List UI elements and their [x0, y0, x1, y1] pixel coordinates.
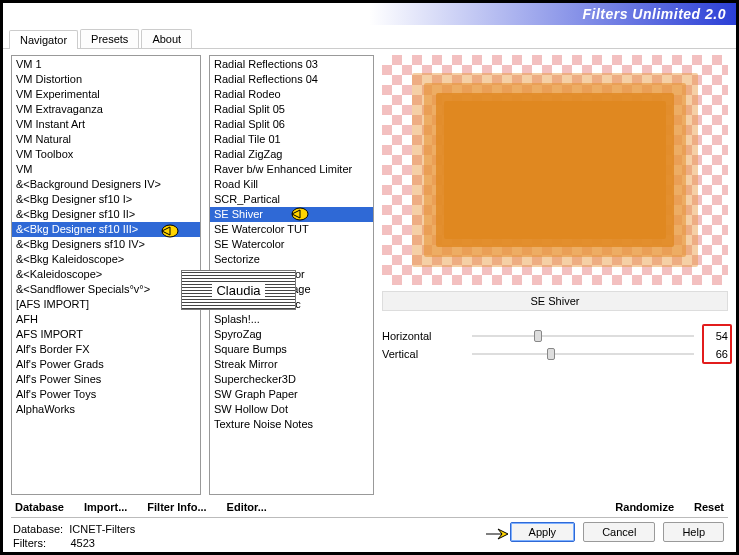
list-item[interactable]: &<Sandflower Specials°v°> [12, 282, 200, 297]
param-label: Horizontal [382, 330, 462, 342]
param-value: 66 [704, 348, 728, 360]
list-item[interactable]: &<Bkg Designers sf10 IV> [12, 237, 200, 252]
watermark-text: Claudia [212, 283, 264, 298]
list-item[interactable]: SW Graph Paper [210, 387, 373, 402]
tab-about[interactable]: About [141, 29, 192, 48]
list-item[interactable]: Streak Mirror [210, 357, 373, 372]
preview-layer [444, 101, 666, 239]
main-body: VM 1VM DistortionVM ExperimentalVM Extra… [3, 49, 736, 497]
list-item[interactable]: &<Kaleidoscope> [12, 267, 200, 282]
param-value: 54 [704, 330, 728, 342]
link-editor[interactable]: Editor... [227, 501, 267, 513]
list-item[interactable]: VM Instant Art [12, 117, 200, 132]
slider-vertical[interactable] [472, 353, 694, 355]
list-item[interactable]: VM 1 [12, 57, 200, 72]
link-filter-info[interactable]: Filter Info... [147, 501, 206, 513]
status-db-label: Database: [13, 523, 63, 535]
list-item[interactable]: Radial Tile 01 [210, 132, 373, 147]
list-item[interactable]: VM [12, 162, 200, 177]
preview-panel: SE Shiver Horizontal 54 Vertical 66 [382, 55, 728, 495]
help-button[interactable]: Help [663, 522, 724, 542]
status-bar: Database: ICNET-Filters Filters: 4523 [3, 518, 510, 552]
category-column: VM 1VM DistortionVM ExperimentalVM Extra… [11, 55, 201, 495]
list-item[interactable]: &<Bkg Designer sf10 I> [12, 192, 200, 207]
cancel-button[interactable]: Cancel [583, 522, 655, 542]
list-item[interactable]: Radial Reflections 04 [210, 72, 373, 87]
list-item[interactable]: AFH [12, 312, 200, 327]
apply-button[interactable]: Apply [510, 522, 576, 542]
link-row: Database Import... Filter Info... Editor… [3, 497, 736, 517]
list-item[interactable]: VM Extravaganza [12, 102, 200, 117]
slider-thumb[interactable] [534, 330, 542, 342]
parameter-list: Horizontal 54 Vertical 66 [382, 327, 728, 363]
link-randomize[interactable]: Randomize [615, 501, 674, 513]
list-item[interactable]: Radial Split 06 [210, 117, 373, 132]
status-filters-label: Filters: [13, 537, 46, 549]
spacer [287, 501, 595, 513]
link-reset[interactable]: Reset [694, 501, 724, 513]
list-item[interactable]: Radial Reflections 03 [210, 57, 373, 72]
list-item[interactable]: Radial Rodeo [210, 87, 373, 102]
list-item[interactable]: SpyroZag [210, 327, 373, 342]
selected-filter-label: SE Shiver [382, 291, 728, 311]
list-item[interactable]: Texture Noise Notes [210, 417, 373, 432]
list-item[interactable]: SE Shiver [210, 207, 373, 222]
footer-buttons: Apply Cancel Help [510, 518, 736, 552]
list-item[interactable]: AlphaWorks [12, 402, 200, 417]
list-item[interactable]: SE Watercolor TUT [210, 222, 373, 237]
list-item[interactable]: Square Bumps [210, 342, 373, 357]
param-vertical: Vertical 66 [382, 345, 728, 363]
list-item[interactable]: VM Natural [12, 132, 200, 147]
list-item[interactable]: Radial ZigZag [210, 147, 373, 162]
list-item[interactable]: Radial Split 05 [210, 102, 373, 117]
link-database[interactable]: Database [15, 501, 64, 513]
tab-bar: Navigator Presets About [3, 25, 736, 49]
list-item[interactable]: Alf's Power Sines [12, 372, 200, 387]
list-item[interactable]: Alf's Border FX [12, 342, 200, 357]
list-item[interactable]: &<Bkg Designer sf10 II> [12, 207, 200, 222]
list-item[interactable]: &<Background Designers IV> [12, 177, 200, 192]
tab-navigator[interactable]: Navigator [9, 30, 78, 49]
watermark-badge: Claudia [181, 270, 296, 310]
list-item[interactable]: Superchecker3D [210, 372, 373, 387]
param-label: Vertical [382, 348, 462, 360]
filter-column: Radial Reflections 03Radial Reflections … [209, 55, 374, 495]
category-list[interactable]: VM 1VM DistortionVM ExperimentalVM Extra… [11, 55, 201, 495]
list-item[interactable]: SE Watercolor [210, 237, 373, 252]
list-item[interactable]: &<Bkg Designer sf10 III> [12, 222, 200, 237]
titlebar: Filters Unlimited 2.0 [3, 3, 736, 25]
preview-image [382, 55, 728, 285]
list-item[interactable]: VM Experimental [12, 87, 200, 102]
list-item[interactable]: Splash!... [210, 312, 373, 327]
param-horizontal: Horizontal 54 [382, 327, 728, 345]
list-item[interactable]: Alf's Power Toys [12, 387, 200, 402]
list-item[interactable]: AFS IMPORT [12, 327, 200, 342]
slider-horizontal[interactable] [472, 335, 694, 337]
link-import[interactable]: Import... [84, 501, 127, 513]
list-item[interactable]: Raver b/w Enhanced Limiter [210, 162, 373, 177]
slider-thumb[interactable] [547, 348, 555, 360]
status-db-value: ICNET-Filters [69, 523, 135, 535]
list-item[interactable]: [AFS IMPORT] [12, 297, 200, 312]
app-title: Filters Unlimited 2.0 [582, 6, 726, 22]
list-item[interactable]: Sectorize [210, 252, 373, 267]
selected-filter-text: SE Shiver [531, 295, 580, 307]
status-filters-value: 4523 [70, 537, 94, 549]
list-item[interactable]: Alf's Power Grads [12, 357, 200, 372]
list-item[interactable]: Road Kill [210, 177, 373, 192]
list-item[interactable]: &<Bkg Kaleidoscope> [12, 252, 200, 267]
tab-presets[interactable]: Presets [80, 29, 139, 48]
list-item[interactable]: VM Distortion [12, 72, 200, 87]
list-item[interactable]: VM Toolbox [12, 147, 200, 162]
list-item[interactable]: SW Hollow Dot [210, 402, 373, 417]
list-item[interactable]: SCR_Partical [210, 192, 373, 207]
app-window: Filters Unlimited 2.0 Navigator Presets … [0, 0, 739, 555]
